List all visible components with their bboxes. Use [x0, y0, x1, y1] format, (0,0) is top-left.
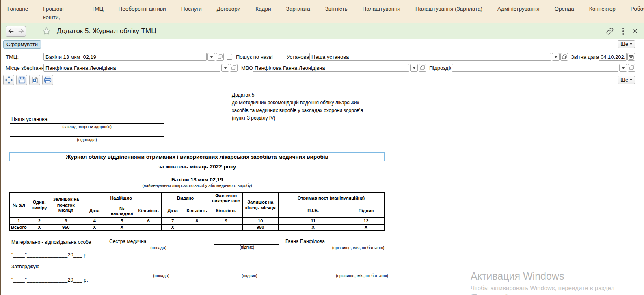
search-by-name-checkbox[interactable] — [227, 54, 232, 60]
storage-label: Місце зберігання: — [6, 65, 49, 71]
approve-sign-value — [217, 267, 282, 273]
appendix-note: Додаток 5 до Методичних рекомендацій вед… — [232, 91, 363, 122]
column-number-cell: 11 — [278, 218, 348, 224]
menu-item-zarplata[interactable]: Зарплата — [286, 5, 310, 13]
position-value: Сестра медична — [108, 239, 208, 245]
total-cell — [184, 224, 210, 231]
fit-page-button[interactable] — [3, 75, 14, 85]
tmc-choose-button[interactable] — [216, 53, 224, 61]
menu-item-orenda[interactable]: Оренда — [555, 5, 574, 13]
column-number-cell: 9 — [210, 218, 242, 224]
report-toolbar: Ще — [0, 74, 644, 86]
save-button[interactable] — [16, 75, 27, 85]
journal-title-cell[interactable]: Журнал обліку відділеннями отриманих і в… — [9, 152, 385, 161]
institution-dropdown-button[interactable] — [552, 53, 560, 61]
column-number-cell: 5 — [108, 218, 136, 224]
department-label: Підрозділ: — [429, 65, 454, 71]
tmc-dropdown-button[interactable] — [207, 53, 215, 61]
menu-item-posluhy[interactable]: Послуги — [181, 5, 202, 13]
menu-item-zvitnist[interactable]: Звітність — [325, 5, 348, 13]
table-subheader-cell: Дата — [81, 205, 108, 218]
more-button-toolbar[interactable]: Ще — [618, 76, 635, 84]
storage-field — [43, 64, 238, 72]
mvo-field — [253, 64, 426, 72]
menu-item-dohovory[interactable]: Договори — [217, 5, 241, 13]
mvo-dropdown-button[interactable] — [410, 64, 418, 72]
appendix-line: засобів та медичних виробів у закладах о… — [232, 107, 363, 114]
windows-activation-watermark: Активация Windows Чтобы активировать Win… — [471, 270, 614, 295]
more-button-top[interactable]: Ще — [618, 40, 635, 48]
institution-choose-button[interactable] — [560, 53, 568, 61]
chevron-down-icon — [622, 67, 625, 69]
approve-sign-caption: (іпідпис) — [217, 273, 282, 278]
print-preview-button[interactable] — [29, 75, 40, 85]
item-name: Бахіли 13 мкм 02,19 — [9, 177, 385, 183]
table-header-cell: № з/л — [10, 192, 28, 218]
institution-input[interactable] — [309, 53, 551, 61]
storage-input[interactable] — [43, 64, 220, 72]
mvo-choose-button[interactable] — [419, 64, 426, 72]
menu-item-neoborotni-aktyvy[interactable]: Необоротні активи — [119, 5, 166, 13]
report-date-field — [599, 53, 635, 61]
watermark-title: Активация Windows — [471, 270, 614, 282]
menu-item-nalashtuvannya-zarplata[interactable]: Налаштування (Зарплата) — [415, 5, 482, 13]
search-by-name-label[interactable]: Пошук по назві — [236, 54, 273, 60]
table-header-cell: Один. виміру — [28, 192, 51, 218]
get-link-button[interactable] — [605, 27, 614, 36]
watermark-subtitle: Чтобы активировать Windows, перейдите в … — [471, 284, 614, 292]
appendix-line: до Методичних рекомендацій ведення облік… — [232, 99, 363, 107]
position-signature-block: Сестра медична (посада) — [108, 239, 208, 250]
table-header-cell: Отримав пост (маніпуляційна) — [278, 192, 384, 205]
column-number-cell: 10 — [242, 218, 278, 224]
item-caption: (найменування лікарського засобу або мед… — [9, 183, 385, 188]
menu-item-kadry[interactable]: Кадри — [255, 5, 271, 13]
mvo-input[interactable] — [253, 64, 409, 72]
close-icon — [632, 28, 638, 34]
choose-icon — [420, 65, 425, 70]
date-line: "____"______________20___ р. — [11, 277, 88, 283]
main-menubar: Головне Грошові кошти, зобов'язання ТМЦ … — [0, 0, 644, 23]
report-date-calendar-button[interactable] — [627, 53, 635, 61]
department-choose-button[interactable] — [628, 64, 635, 72]
total-cell: X — [81, 224, 108, 231]
menu-item-konnektor[interactable]: Коннектор — [589, 5, 616, 13]
column-number-cell: 6 — [136, 218, 161, 224]
print-button[interactable] — [42, 75, 53, 85]
menu-item-nalashtuvannya[interactable]: Налаштування — [363, 5, 400, 13]
table-subheader-cell: Кількість — [184, 205, 210, 218]
menu-item-hroshovi-koshty[interactable]: Грошові кошти, зобов'язання — [43, 5, 76, 23]
period-line: за жовтень місяць 2022 року — [9, 164, 385, 170]
close-button[interactable] — [632, 28, 638, 34]
storage-dropdown-button[interactable] — [221, 64, 229, 72]
institution-field — [309, 53, 568, 61]
generate-button[interactable]: Сформувати — [3, 40, 41, 49]
total-cell — [210, 224, 242, 231]
menu-item-robochi-stoly[interactable]: Робочі столи — [631, 5, 644, 13]
tmc-input[interactable] — [43, 53, 207, 61]
menu-item-administruvannya[interactable]: Адміністрування — [497, 5, 539, 13]
watermark-subtitle: "Параметры" — [471, 292, 614, 295]
position-caption: (посада) — [108, 245, 208, 250]
table-header-cell: Фактично використано — [210, 192, 242, 205]
total-cell: X — [28, 224, 51, 231]
department-input[interactable] — [452, 64, 618, 72]
approve-name-block: (прізвище, ім'я, по батькові) — [288, 267, 436, 278]
more-menu-button[interactable] — [622, 27, 625, 35]
menu-item-holovne[interactable]: Головне — [7, 5, 28, 13]
back-button[interactable] — [6, 26, 16, 36]
filters-panel: ТМЦ: Пошук по назві Установа: — [0, 50, 644, 74]
menu-item-tmc[interactable]: ТМЦ — [91, 5, 103, 13]
forward-button[interactable] — [16, 26, 26, 36]
storage-choose-button[interactable] — [230, 64, 238, 72]
favorite-button[interactable] — [41, 26, 52, 36]
history-nav — [6, 26, 26, 37]
report-date-input[interactable] — [599, 53, 627, 61]
total-cell: 950 — [51, 224, 81, 231]
approve-name-caption: (прізвище, ім'я, по батькові) — [288, 273, 436, 278]
column-number-cell: 8 — [184, 218, 210, 224]
calendar-icon — [629, 54, 634, 60]
department-dropdown-button[interactable] — [619, 64, 627, 72]
choose-icon — [218, 54, 223, 59]
sign-signature-block: (підпис) — [214, 239, 279, 250]
approve-position-block: (посада) — [110, 267, 212, 278]
